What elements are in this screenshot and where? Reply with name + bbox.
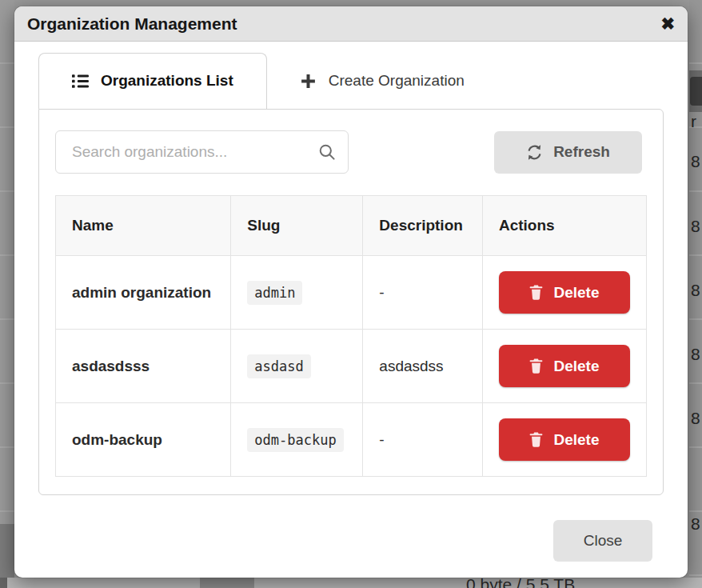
search-field-wrapper <box>55 130 349 174</box>
organizations-table: Name Slug Description Actions admin orga… <box>55 195 647 477</box>
tab-organizations-list[interactable]: Organizations List <box>38 53 267 109</box>
backdrop-bottom-strip: 0 byte / 5.5 TB <box>0 578 702 588</box>
org-name: odm-backup <box>56 403 231 477</box>
backdrop-text-fragment: 8 <box>691 217 700 236</box>
org-actions-cell: Delete <box>482 330 646 403</box>
delete-button[interactable]: Delete <box>499 418 630 461</box>
org-slug-cell: odm-backup <box>231 403 363 477</box>
backdrop-left-strip <box>0 0 14 588</box>
table-header-row: Name Slug Description Actions <box>56 196 647 256</box>
delete-button-label: Delete <box>553 284 599 302</box>
trash-icon <box>529 285 543 300</box>
backdrop-text-fragment: 8 <box>691 409 700 428</box>
refresh-icon <box>526 144 543 161</box>
backdrop-storage-text: 0 byte / 5.5 TB <box>466 578 575 588</box>
modal-body: Organizations List Create Organization <box>14 42 688 562</box>
organizations-list-panel: Refresh Name Slug Description Actions ad… <box>38 109 664 495</box>
backdrop-text-fragment: r <box>691 112 696 131</box>
column-header-name: Name <box>56 196 231 256</box>
org-actions-cell: Delete <box>482 403 646 477</box>
trash-icon <box>529 358 543 374</box>
org-slug: admin <box>247 281 302 305</box>
delete-button-label: Delete <box>553 431 599 449</box>
delete-button[interactable]: Delete <box>499 271 630 314</box>
backdrop-text-fragment: 8 <box>691 281 700 300</box>
search-input[interactable] <box>55 130 349 174</box>
close-button[interactable]: Close <box>553 520 652 562</box>
backdrop-badge-fragment <box>690 77 702 106</box>
tab-create-organization[interactable]: Create Organization <box>267 53 497 109</box>
toolbar: Refresh <box>55 130 647 174</box>
table-row: odm-backup odm-backup - <box>56 403 647 477</box>
trash-icon <box>529 432 543 447</box>
backdrop-text-fragment: 8 <box>691 514 700 534</box>
org-slug-cell: asdasd <box>231 330 363 403</box>
org-name: admin organization <box>56 256 231 330</box>
refresh-button[interactable]: Refresh <box>494 131 642 174</box>
org-slug-cell: admin <box>231 256 363 330</box>
column-header-slug: Slug <box>231 196 363 256</box>
refresh-button-label: Refresh <box>553 143 610 161</box>
backdrop-text-fragment: 8 <box>691 345 700 364</box>
list-icon <box>72 74 89 89</box>
tab-organizations-list-label: Organizations List <box>101 72 233 90</box>
modal-footer: Close <box>38 495 664 562</box>
table-row: asdasdsss asdasd asdasdss <box>56 330 647 403</box>
backdrop-bottom-dark-notch <box>0 578 7 588</box>
org-slug: asdasd <box>247 354 310 378</box>
org-actions-cell: Delete <box>482 256 646 330</box>
column-header-actions: Actions <box>482 196 646 256</box>
org-name: asdasdsss <box>56 330 231 403</box>
close-icon[interactable]: ✖ <box>660 15 675 32</box>
plus-icon <box>300 73 317 90</box>
org-description: asdasdss <box>363 330 483 403</box>
delete-button-label: Delete <box>553 358 599 375</box>
org-slug: odm-backup <box>247 428 343 452</box>
organization-management-modal: Organization Management ✖ Organizations … <box>14 6 688 578</box>
backdrop-text-fragment: 8 <box>691 152 700 171</box>
org-description: - <box>363 403 483 477</box>
column-header-description: Description <box>363 196 483 256</box>
backdrop-right-strip: r 8 8 8 8 8 8 <box>689 0 702 588</box>
modal-header: Organization Management ✖ <box>14 6 688 42</box>
backdrop-bottom-gray-block <box>200 578 254 588</box>
tab-create-organization-label: Create Organization <box>329 72 465 90</box>
delete-button[interactable]: Delete <box>499 345 630 387</box>
tab-bar: Organizations List Create Organization <box>38 53 664 109</box>
modal-title: Organization Management <box>27 14 237 34</box>
table-row: admin organization admin - <box>56 256 647 330</box>
org-description: - <box>363 256 483 330</box>
search-icon <box>318 143 336 164</box>
